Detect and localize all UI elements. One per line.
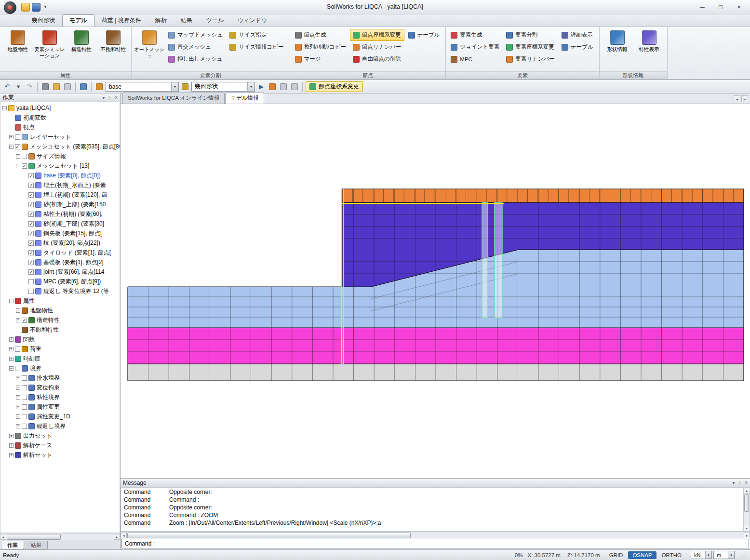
- ribbon-small-button[interactable]: 節点座標系変更: [350, 29, 404, 41]
- tree-item[interactable]: +出力セット: [1, 431, 120, 440]
- expand-icon[interactable]: +: [16, 395, 20, 400]
- checkbox[interactable]: [28, 289, 34, 294]
- ribbon-small-button[interactable]: 要素生成: [448, 29, 502, 41]
- status-toggle-grid[interactable]: GRID: [605, 551, 628, 559]
- tree-item[interactable]: +解析ケース: [1, 440, 120, 450]
- checkbox[interactable]: ✓: [28, 260, 34, 265]
- checkbox[interactable]: [15, 366, 20, 371]
- snap-icon[interactable]: [268, 82, 277, 92]
- expand-icon[interactable]: +: [9, 453, 13, 457]
- ribbon-big-button[interactable]: 形状情報: [602, 29, 633, 61]
- checkbox[interactable]: [22, 385, 27, 390]
- expand-icon[interactable]: +: [9, 434, 13, 438]
- redo-icon[interactable]: ↷: [25, 82, 34, 92]
- tree-item[interactable]: +関数: [1, 334, 120, 344]
- node-coord-toggle[interactable]: 節点座標系変更: [306, 81, 363, 92]
- expand-icon[interactable]: +: [16, 405, 20, 409]
- checkbox[interactable]: ✓: [22, 318, 27, 323]
- ribbon-big-button[interactable]: 要素シミュレーション: [34, 29, 66, 61]
- tree-item[interactable]: +荷重: [1, 344, 120, 354]
- ribbon-small-button[interactable]: 要素座標系変更: [503, 41, 558, 53]
- checkbox[interactable]: [15, 347, 20, 352]
- workspace-hscrollbar[interactable]: ◂ ▸: [0, 533, 120, 540]
- ribbon-small-button[interactable]: 詳細表示: [559, 29, 596, 41]
- save-icon[interactable]: [32, 3, 40, 12]
- message-hscrollbar[interactable]: ◂ ▸: [121, 532, 750, 538]
- tree-item[interactable]: 繰返し 等変位境界 12 (等: [1, 286, 120, 296]
- tree-item[interactable]: +✓構造特性: [1, 315, 120, 325]
- expand-icon[interactable]: +: [16, 414, 20, 419]
- checkbox[interactable]: ✓: [28, 250, 34, 255]
- checkbox[interactable]: ✓: [28, 269, 34, 275]
- collapse-icon[interactable]: −: [2, 106, 7, 110]
- ribbon-small-button[interactable]: 整列/移動/コピー: [292, 41, 349, 53]
- collapse-icon[interactable]: −: [16, 164, 20, 168]
- menu-tab-5[interactable]: 結果: [174, 15, 199, 27]
- checkbox[interactable]: [22, 424, 27, 429]
- tree-item[interactable]: −✓メッシュセット (要素[535], 節点[80: [1, 142, 120, 151]
- ribbon-small-button[interactable]: マップドメッシュ: [165, 29, 226, 41]
- expand-icon[interactable]: +: [9, 443, 13, 448]
- checkbox[interactable]: [22, 404, 27, 410]
- tree-item[interactable]: ✓joint (要素[66], 節点[114: [1, 267, 120, 277]
- checkbox[interactable]: ✓: [28, 173, 34, 178]
- ribbon-big-button[interactable]: 構造特性: [66, 29, 97, 61]
- document-tab-2[interactable]: モデル情報: [225, 93, 264, 104]
- pile-element[interactable]: [495, 202, 502, 318]
- expand-icon[interactable]: +: [9, 357, 13, 361]
- menu-tab-4[interactable]: 解析: [148, 15, 174, 27]
- close-icon[interactable]: ×: [115, 95, 118, 100]
- chevron-down-icon[interactable]: ▾: [705, 551, 711, 559]
- tree-item[interactable]: +地盤物性: [1, 306, 120, 315]
- checkbox[interactable]: ✓: [28, 202, 34, 207]
- panel-tab-1[interactable]: 作業: [1, 541, 24, 549]
- scroll-thumb[interactable]: [744, 494, 749, 512]
- checkbox[interactable]: ✓: [28, 231, 34, 236]
- tree-item[interactable]: 不飽和特性: [1, 325, 120, 334]
- ribbon-big-button[interactable]: 地盤物性: [2, 29, 34, 61]
- ribbon-small-button[interactable]: テーブル: [559, 41, 596, 53]
- checkbox[interactable]: ✓: [28, 240, 34, 246]
- chevron-down-icon[interactable]: ▾: [247, 82, 254, 91]
- paste-icon[interactable]: [52, 82, 61, 92]
- ribbon-small-button[interactable]: 押し出しメッシュ: [165, 53, 226, 65]
- tree-item[interactable]: ✓埋土(初期) (要素[120], 節: [1, 190, 120, 200]
- unit-select-2[interactable]: m▾: [713, 551, 735, 559]
- expand-icon[interactable]: +: [9, 347, 13, 351]
- tree-item[interactable]: ✓砂(初期_上部) (要素[150: [1, 200, 120, 209]
- menu-tab-6[interactable]: ツール: [200, 15, 231, 27]
- document-tab-1[interactable]: SoilWorks for LIQCA オンライン情報: [122, 93, 225, 104]
- ribbon-small-button[interactable]: サイズ指定: [227, 29, 286, 41]
- tree-item[interactable]: −✓メッシュセット [13]: [1, 161, 120, 171]
- expand-icon[interactable]: +: [16, 376, 20, 380]
- pin-icon[interactable]: ⊥: [107, 95, 112, 100]
- checkbox[interactable]: ✓: [28, 221, 34, 227]
- tab-scroll-right-icon[interactable]: ▸: [741, 95, 748, 102]
- shape-combo[interactable]: 幾何形状▾: [191, 82, 255, 92]
- checkbox[interactable]: [22, 154, 27, 159]
- scroll-left-icon[interactable]: ◂: [121, 533, 127, 538]
- tree-item[interactable]: +解析セット: [1, 450, 120, 460]
- run-icon[interactable]: ▶: [256, 82, 266, 92]
- model-canvas[interactable]: [121, 104, 750, 478]
- ribbon-small-button[interactable]: 直交メッシュ: [165, 41, 226, 53]
- checkbox[interactable]: ✓: [28, 192, 34, 198]
- ribbon-big-button[interactable]: 不飽和特性: [97, 29, 129, 61]
- maximize-button[interactable]: □: [711, 1, 730, 13]
- scroll-right-icon[interactable]: ▸: [744, 533, 750, 538]
- ribbon-small-button[interactable]: 節点生成: [292, 29, 349, 41]
- tree-item[interactable]: +粘性境界: [1, 392, 120, 402]
- checkbox[interactable]: [22, 375, 27, 381]
- tree-item[interactable]: ✓埋土(初期_水面上) (要素: [1, 180, 120, 190]
- collapse-icon[interactable]: −: [9, 145, 13, 149]
- tree-item[interactable]: ✓タイロッド (要素[1], 節点[: [1, 248, 120, 257]
- expand-icon[interactable]: +: [16, 318, 20, 322]
- ribbon-small-button[interactable]: 自由節点の削除: [350, 53, 404, 65]
- copy-icon[interactable]: [63, 82, 72, 92]
- tree-item[interactable]: +属性変更: [1, 402, 120, 412]
- ribbon-small-button[interactable]: 要素分割: [503, 29, 558, 41]
- layers-icon[interactable]: [94, 82, 104, 92]
- tree-item[interactable]: +レイヤーセット: [1, 132, 120, 142]
- mesh-set-combo[interactable]: base▾: [106, 82, 179, 92]
- tree-item[interactable]: +変位拘束: [1, 383, 120, 392]
